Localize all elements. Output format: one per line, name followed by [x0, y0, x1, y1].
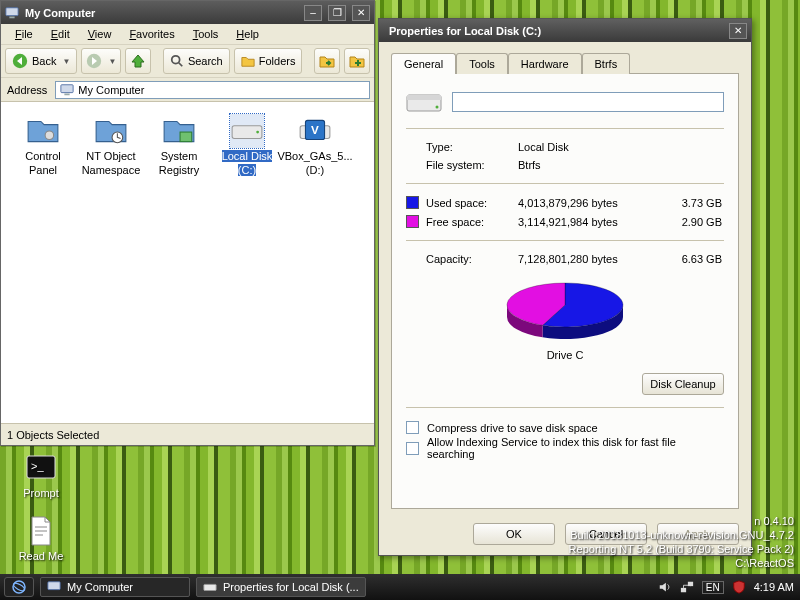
- start-button[interactable]: [4, 577, 34, 597]
- language-indicator[interactable]: EN: [702, 581, 724, 594]
- free-color-swatch: [406, 215, 419, 228]
- forward-button[interactable]: ▼: [81, 48, 121, 74]
- text-file-icon: [25, 515, 57, 547]
- menu-favorites[interactable]: Favorites: [121, 26, 182, 42]
- build-line: Reporting NT 5.2 (Build 3790: Service Pa…: [569, 542, 794, 556]
- security-icon[interactable]: [732, 580, 746, 594]
- search-icon: [170, 54, 184, 68]
- tab-hardware[interactable]: Hardware: [508, 53, 582, 74]
- registry-icon: [162, 114, 196, 148]
- moveto-icon: [319, 53, 335, 69]
- moveto-button[interactable]: [314, 48, 340, 74]
- address-box[interactable]: My Computer: [55, 81, 370, 99]
- tab-general[interactable]: General: [391, 53, 456, 74]
- maximize-button[interactable]: ❐: [328, 5, 346, 21]
- fs-value: Btrfs: [518, 159, 668, 171]
- item-label: Registry: [159, 164, 199, 176]
- taskbar-item-explorer[interactable]: My Computer: [40, 577, 190, 597]
- build-line: n 0.4.10: [569, 514, 794, 528]
- compress-checkbox[interactable]: Compress drive to save disk space: [406, 420, 724, 435]
- taskbar-item-properties[interactable]: Properties for Local Disk (...: [196, 577, 366, 597]
- volume-label-input[interactable]: [452, 92, 724, 112]
- tray: EN 4:19 AM: [658, 580, 796, 594]
- item-system-registry[interactable]: System Registry: [145, 112, 213, 190]
- disk-cleanup-button[interactable]: Disk Cleanup: [642, 373, 724, 395]
- dialog-title: Properties for Local Disk (C:): [383, 25, 723, 37]
- folders-button[interactable]: Folders: [234, 48, 303, 74]
- up-icon: [130, 53, 146, 69]
- used-bytes: 4,013,879,296 bytes: [518, 197, 668, 209]
- tab-btrfs[interactable]: Btrfs: [582, 53, 631, 74]
- icon-view[interactable]: Control Panel NT Object Namespace System…: [1, 102, 374, 423]
- back-button[interactable]: Back ▼: [5, 48, 77, 74]
- compress-label: Compress drive to save disk space: [427, 422, 598, 434]
- capacity-bytes: 7,128,801,280 bytes: [518, 253, 668, 265]
- used-label: Used space:: [426, 197, 518, 209]
- desktop-icon-label: Prompt: [23, 487, 58, 499]
- item-vbox-gas-d[interactable]: V VBox_GAs_5... (D:): [281, 112, 349, 190]
- desktop-icons: >_ Prompt Read Me: [6, 452, 76, 562]
- drive-icon: [230, 114, 264, 148]
- desktop-icon-prompt[interactable]: >_ Prompt: [6, 452, 76, 499]
- properties-dialog: Properties for Local Disk (C:) ✕ General…: [378, 18, 752, 556]
- svg-text:V: V: [311, 123, 319, 136]
- explorer-titlebar[interactable]: My Computer – ❐ ✕: [1, 1, 374, 24]
- folders-icon: [241, 54, 255, 68]
- dialog-titlebar[interactable]: Properties for Local Disk (C:) ✕: [379, 19, 751, 42]
- address-value: My Computer: [78, 84, 144, 96]
- search-button[interactable]: Search: [163, 48, 230, 74]
- desktop-icon-label: Read Me: [19, 550, 64, 562]
- my-computer-icon: [5, 6, 19, 20]
- taskbar: My Computer Properties for Local Disk (.…: [0, 574, 800, 600]
- item-label: (D:): [306, 164, 324, 176]
- volume-icon[interactable]: [658, 580, 672, 594]
- item-control-panel[interactable]: Control Panel: [9, 112, 77, 190]
- ok-button[interactable]: OK: [473, 523, 555, 545]
- desktop-icon-readme[interactable]: Read Me: [6, 515, 76, 562]
- copyto-icon: [349, 53, 365, 69]
- item-nt-object[interactable]: NT Object Namespace: [77, 112, 145, 190]
- network-icon[interactable]: [680, 580, 694, 594]
- item-label: (C:): [238, 164, 256, 176]
- item-label: Namespace: [82, 164, 141, 176]
- checkbox-icon: [406, 421, 419, 434]
- item-label: VBox_GAs_5...: [277, 150, 352, 162]
- tab-page-general: Type: Local Disk File system: Btrfs Used…: [391, 73, 739, 509]
- item-label: Local Disk: [222, 150, 273, 162]
- close-button[interactable]: ✕: [729, 23, 747, 39]
- forward-icon: [86, 53, 102, 69]
- svg-rect-17: [407, 95, 441, 100]
- explorer-title: My Computer: [25, 7, 298, 19]
- minimize-button[interactable]: –: [304, 5, 322, 21]
- svg-rect-7: [65, 93, 70, 95]
- capacity-label: Capacity:: [426, 253, 518, 265]
- checkbox-icon: [406, 442, 419, 455]
- copyto-button[interactable]: [344, 48, 370, 74]
- tab-tools[interactable]: Tools: [456, 53, 508, 74]
- indexing-checkbox[interactable]: Allow Indexing Service to index this dis…: [406, 435, 724, 461]
- up-button[interactable]: [125, 48, 151, 74]
- my-computer-icon: [47, 580, 61, 594]
- menu-view[interactable]: View: [80, 26, 120, 42]
- close-button[interactable]: ✕: [352, 5, 370, 21]
- drive-icon: [203, 580, 217, 594]
- clock[interactable]: 4:19 AM: [754, 581, 794, 593]
- status-text: 1 Objects Selected: [7, 429, 99, 441]
- address-label: Address: [5, 84, 49, 96]
- item-label: Control: [25, 150, 60, 162]
- item-local-disk-c[interactable]: Local Disk (C:): [213, 112, 281, 190]
- address-bar: Address My Computer: [1, 78, 374, 102]
- my-computer-icon: [60, 83, 74, 97]
- menu-file[interactable]: File: [7, 26, 41, 42]
- drive-caption: Drive C: [547, 349, 584, 361]
- prompt-icon: >_: [25, 452, 57, 484]
- capacity-pie-chart: [490, 279, 640, 343]
- item-label: NT Object: [86, 150, 135, 162]
- control-panel-icon: [26, 114, 60, 148]
- item-label: System: [161, 150, 198, 162]
- menu-tools[interactable]: Tools: [185, 26, 227, 42]
- menu-edit[interactable]: Edit: [43, 26, 78, 42]
- svg-line-5: [179, 63, 183, 67]
- menu-help[interactable]: Help: [228, 26, 267, 42]
- svg-text:>_: >_: [31, 460, 44, 472]
